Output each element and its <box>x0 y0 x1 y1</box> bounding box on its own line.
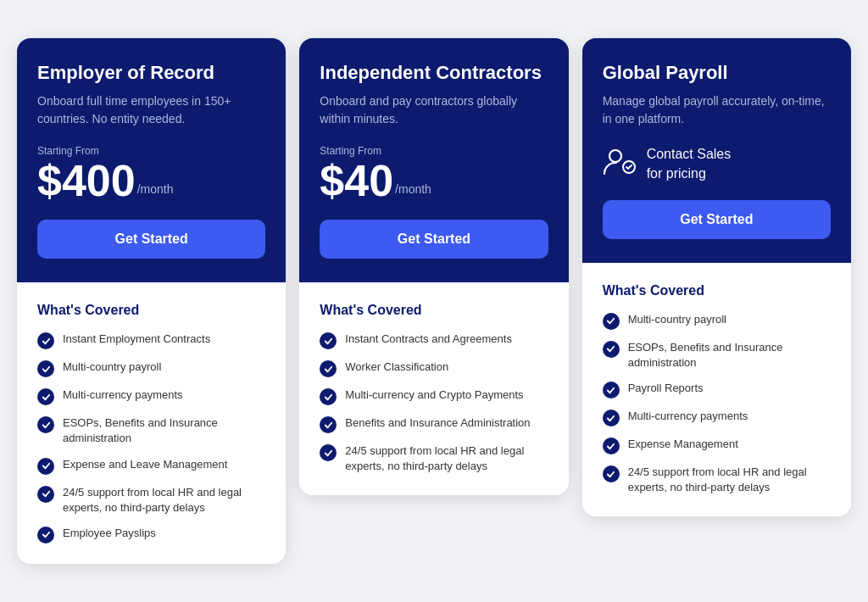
check-icon <box>37 388 54 405</box>
get-started-contractors[interactable]: Get Started <box>320 220 548 259</box>
check-icon <box>320 444 337 461</box>
card-top-payroll: Global Payroll Manage global payroll acc… <box>582 38 851 263</box>
contact-sales-icon <box>603 147 637 181</box>
card-employer-of-record: Employer of Record Onboard full time emp… <box>17 38 286 564</box>
list-item: Multi-currency payments <box>37 387 265 405</box>
check-icon <box>603 465 620 482</box>
card-subtitle-contractors: Onboard and pay contractors globally wit… <box>320 92 548 128</box>
check-icon <box>37 416 54 433</box>
feature-list-payroll: Multi-country payroll ESOPs, Benefits an… <box>603 312 831 496</box>
check-icon <box>37 527 54 543</box>
price-block-contractors: $40 /month <box>320 159 548 203</box>
list-item: Multi-currency payments <box>603 409 831 426</box>
list-item: 24/5 support from local HR and legal exp… <box>37 485 265 516</box>
card-subtitle-employer: Onboard full time employees in 150+ coun… <box>37 92 265 128</box>
card-bottom-employer: What's Covered Instant Employment Contra… <box>17 282 286 564</box>
whats-covered-employer: What's Covered <box>37 303 265 318</box>
list-item: Employee Payslips <box>37 526 265 543</box>
card-bottom-contractors: What's Covered Instant Contracts and Agr… <box>299 282 568 494</box>
contact-sales-block: Contact Salesfor pricing <box>603 145 732 183</box>
feature-list-contractors: Instant Contracts and Agreements Worker … <box>320 332 548 474</box>
list-item: ESOPs, Benefits and Insurance administra… <box>37 415 265 446</box>
check-icon <box>603 438 620 454</box>
check-icon <box>37 332 54 349</box>
card-independent-contractors: Independent Contractors Onboard and pay … <box>299 38 568 494</box>
list-item: Worker Classification <box>320 360 548 377</box>
price-label-employer: Starting From <box>37 145 265 157</box>
feature-list-employer: Instant Employment Contracts Multi-count… <box>37 332 265 543</box>
card-top-contractors: Independent Contractors Onboard and pay … <box>299 38 568 282</box>
list-item: Multi-country payroll <box>603 312 831 330</box>
price-label-contractors: Starting From <box>320 145 548 157</box>
check-icon <box>320 416 337 433</box>
list-item: Expense Management <box>603 437 831 454</box>
list-item: Instant Employment Contracts <box>37 332 265 349</box>
card-subtitle-payroll: Manage global payroll accurately, on-tim… <box>603 92 831 128</box>
price-block-employer: $400 /month <box>37 159 265 203</box>
card-title-payroll: Global Payroll <box>603 62 831 84</box>
price-period-employer: /month <box>137 182 174 196</box>
price-amount-contractors: $40 <box>320 159 393 203</box>
check-icon <box>320 388 337 405</box>
list-item: Multi-currency and Crypto Payments <box>320 387 548 405</box>
check-icon <box>603 341 620 358</box>
get-started-employer[interactable]: Get Started <box>37 220 265 259</box>
contact-sales-text: Contact Salesfor pricing <box>647 145 732 183</box>
check-icon <box>320 332 337 349</box>
whats-covered-payroll: What's Covered <box>603 283 831 298</box>
check-icon <box>37 360 54 377</box>
list-item: 24/5 support from local HR and legal exp… <box>603 465 831 495</box>
price-amount-employer: $400 <box>37 159 136 203</box>
pricing-container: Employer of Record Onboard full time emp… <box>17 38 851 564</box>
check-icon <box>603 410 620 426</box>
list-item: Payroll Reports <box>603 381 831 399</box>
list-item: Benefits and Insurance Administration <box>320 415 548 433</box>
list-item: 24/5 support from local HR and legal exp… <box>320 443 548 474</box>
check-icon <box>37 486 54 503</box>
list-item: Multi-country payroll <box>37 360 265 377</box>
list-item: Instant Contracts and Agreements <box>320 332 548 349</box>
card-global-payroll: Global Payroll Manage global payroll acc… <box>582 38 851 516</box>
price-period-contractors: /month <box>395 182 431 196</box>
card-top-employer: Employer of Record Onboard full time emp… <box>17 38 286 282</box>
card-title-contractors: Independent Contractors <box>320 62 548 84</box>
get-started-payroll[interactable]: Get Started <box>603 200 831 239</box>
check-icon <box>320 360 337 377</box>
card-bottom-payroll: What's Covered Multi-country payroll ESO… <box>582 263 851 516</box>
svg-point-0 <box>609 150 621 162</box>
list-item: Expense and Leave Management <box>37 457 265 475</box>
card-title-employer: Employer of Record <box>37 62 265 84</box>
check-icon <box>603 382 620 399</box>
check-icon <box>37 458 54 475</box>
whats-covered-contractors: What's Covered <box>320 303 548 318</box>
list-item: ESOPs, Benefits and Insurance administra… <box>603 340 831 371</box>
check-icon <box>603 313 620 330</box>
